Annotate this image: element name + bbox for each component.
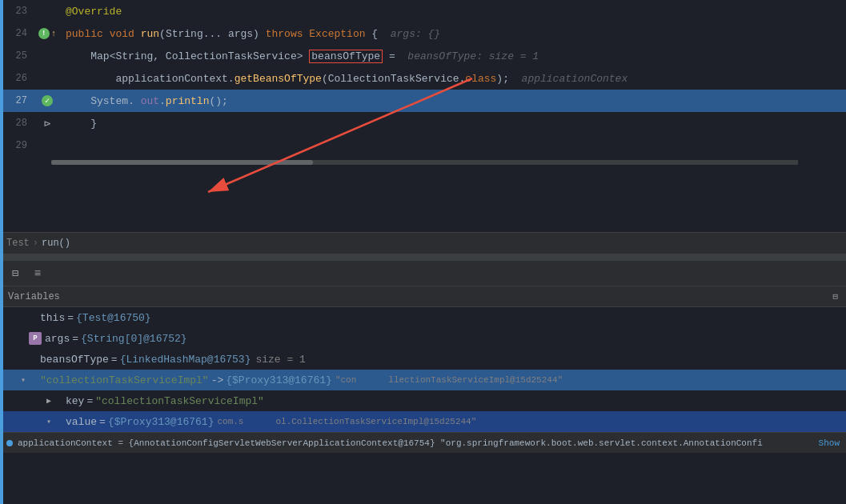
application-context-text: applicationContext = {AnnotationConfigSe… [18,438,814,448]
line-content-26: applicationContext.getBeansOfType(Collec… [59,73,846,85]
line-content-24: public void run(String... args) throws E… [59,28,846,40]
table-icon[interactable]: ⊟ [6,265,24,282]
var-eq-beansOfType: = [111,354,118,366]
var-value-blurred3: com.s [217,417,243,426]
var-row-args: P args = {String[0]@16752} [0,328,846,349]
gutter-28: ⊳ [35,117,59,130]
line-number-28: 28 [3,118,35,129]
var-value-this: {Test@16750} [76,312,151,324]
breadcrumb-separator: › [33,238,38,249]
breakpoint-active-icon: ! [38,28,50,39]
var-value-blurred4: ol.CollectionTaskServiceImpl@15d25244" [275,417,476,426]
step-arrow-icon: ↑ [51,29,57,38]
variables-header: Variables ⊟ [0,286,846,307]
breadcrumb-method: run() [42,238,70,249]
line-content-25: Map<String, CollectionTaskService> beans… [59,50,846,62]
variables-title: Variables [8,291,60,302]
code-line-28: 28 ⊳ } [3,112,846,134]
code-editor: 23 @Override 24 ! ↑ public void run(Stri… [0,0,846,232]
line-number-24: 24 [3,28,35,39]
debug-toolbar: ⊟ ≡ [0,261,846,286]
code-line-23: 23 @Override [3,0,846,22]
annotation-override: @Override [66,6,122,18]
horizontal-scrollbar[interactable] [3,160,846,165]
beans-of-type-highlight: beansOfType [309,50,383,63]
checkmark-icon: ✓ [42,95,53,106]
variables-panel: Variables ⊟ this = {Test@16750} P args =… [0,286,846,453]
var-name-key: key [66,395,84,407]
var-name-this: this [40,312,65,324]
code-line-26: 26 applicationContext.getBeansOfType(Col… [3,67,846,90]
line-number-26: 26 [3,73,35,84]
var-eq-value: = [99,416,106,428]
bookmark-icon: ⊳ [44,117,50,130]
var-name-beansOfType: beansOfType [40,354,109,366]
bottom-bar: applicationContext = {AnnotationConfigSe… [0,432,846,453]
code-line-24: 24 ! ↑ public void run(String... args) t… [3,22,846,45]
var-value-beansOfType: {LinkedHashMap@16753} [120,354,251,366]
code-line-27: 27 ✓ System. out.println(); [3,90,846,112]
line-content-23: @Override [59,6,846,18]
line-number-23: 23 [3,6,35,17]
line-number-29: 29 [3,140,35,151]
var-eq-this: = [67,312,74,324]
expand-arrow-value[interactable]: ▾ [43,416,54,427]
var-eq-collection: -> [211,374,224,386]
code-line-29: 29 [3,134,846,157]
panel-separator [0,254,846,261]
var-row-value: ▾ value = {$Proxy313@16761} com.s ol.Col… [0,411,846,432]
var-row-key: ▶ key = "collectionTaskServiceImpl" [0,390,846,411]
var-value-collection: {$Proxy313@16761} [226,374,332,386]
var-eq-key: = [86,395,93,407]
var-value-blurred2: llectionTaskServiceImpl@15d25244" [388,375,563,385]
gutter-24: ! ↑ [35,28,59,39]
expand-arrow-collection[interactable]: ▾ [18,374,29,386]
var-name-value: value [66,416,97,428]
show-link[interactable]: Show [819,438,840,448]
var-row-beansOfType: beansOfType = {LinkedHashMap@16753} size… [0,349,846,370]
line-content-27: System. out.println(); [59,95,846,107]
var-value-value: {$Proxy313@16761} [108,416,215,428]
line-number-25: 25 [3,50,35,62]
line-content-28: } [59,118,846,130]
var-row-collection-entry: ▾ "collectionTaskServiceImpl" -> {$Proxy… [0,370,846,390]
var-value-args: {String[0]@16752} [81,333,187,345]
var-name-args: args [45,333,70,345]
breadcrumb: Test › run() [0,232,846,254]
breadcrumb-parent: Test [6,238,30,249]
var-name-collection: "collectionTaskServiceImpl" [40,374,209,386]
expand-arrow-key[interactable]: ▶ [43,395,54,406]
list-icon[interactable]: ≡ [29,265,46,282]
code-line-25: 25 Map<String, CollectionTaskService> be… [3,45,846,67]
var-icon-args: P [29,332,42,345]
pin-icon[interactable]: ⊟ [832,291,838,302]
var-size-beansOfType: size = 1 [255,354,305,366]
var-eq-args: = [72,333,78,345]
var-row-this: this = {Test@16750} [0,307,846,328]
gutter-27: ✓ [35,95,59,106]
line-number-27: 27 [3,95,35,106]
left-accent-bar [0,0,3,504]
status-dot [6,440,13,446]
var-value-key: "collectionTaskServiceImpl" [95,395,264,407]
var-value-blurred: "con [335,375,356,385]
